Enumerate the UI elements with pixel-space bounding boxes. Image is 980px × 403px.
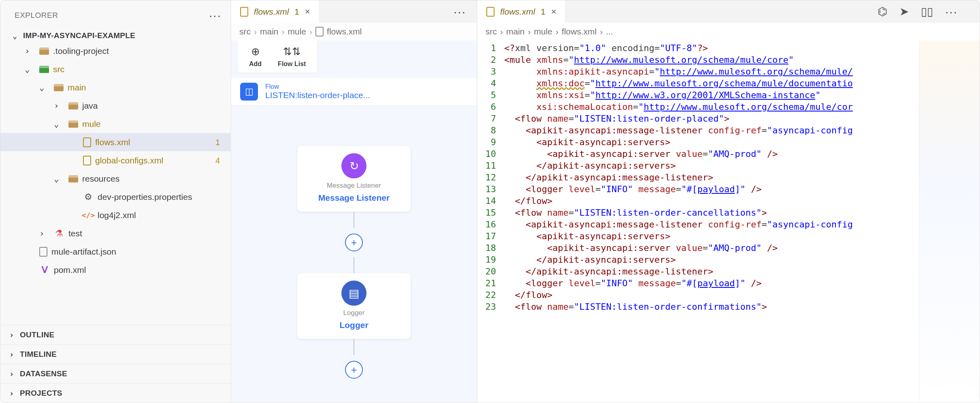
tree-item-main[interactable]: ⌄main <box>0 78 230 96</box>
tree-item-dev-properties-properties[interactable]: ⚙dev-properties.properties <box>0 188 230 206</box>
tab-name: flows.xml <box>254 7 289 17</box>
split-icon[interactable]: ▯▯ <box>921 5 933 18</box>
breadcrumb-segment[interactable]: main <box>506 27 525 36</box>
file-icon <box>39 247 47 257</box>
canvas-breadcrumbs[interactable]: src›main›mule›flows.xml <box>231 23 477 41</box>
folder-icon <box>39 47 49 55</box>
canvas-tab-flows[interactable]: flows.xml 1 × <box>231 0 320 23</box>
code-line: <flow name="LISTEN:listen-order-confirma… <box>504 300 919 312</box>
close-icon[interactable]: × <box>551 6 556 17</box>
chevron-right-icon: › <box>9 369 17 378</box>
tree-item-label: global-configs.xml <box>95 156 163 165</box>
close-icon[interactable]: × <box>305 6 310 17</box>
section-projects[interactable]: ›PROJECTS <box>0 383 230 403</box>
tree-item-label: src <box>53 64 64 74</box>
editor-more-icon[interactable]: ··· <box>945 5 968 19</box>
tree-item--tooling-project[interactable]: ›.tooling-project <box>0 42 230 60</box>
tree-item-mule[interactable]: ⌄mule <box>0 115 230 133</box>
add-node-button[interactable]: + <box>345 361 363 379</box>
canvas-more-icon[interactable]: ··· <box>454 5 477 19</box>
tab-name: flows.xml <box>500 7 535 17</box>
node-icon: ▤ <box>341 281 366 306</box>
add-node-button[interactable]: + <box>345 234 363 251</box>
hierarchy-icon[interactable]: ⌬ <box>878 5 887 18</box>
tree-item-test[interactable]: ›⚗test <box>0 224 230 242</box>
section-timeline[interactable]: ›TIMELINE <box>0 344 230 364</box>
tree-item-label: test <box>68 229 82 238</box>
code-line: xsi:schemaLocation="http://www.mulesoft.… <box>504 100 919 112</box>
tree-item-label: log4j2.xml <box>98 210 136 220</box>
chevron-right-icon: › <box>600 27 603 36</box>
chevron-right-icon: › <box>500 27 503 36</box>
beaker-icon: ⚗ <box>54 228 64 239</box>
tree-item-global-configs-xml[interactable]: global-configs.xml4 <box>0 151 230 169</box>
line-number: 11 <box>477 159 496 171</box>
line-number: 14 <box>477 194 496 206</box>
tree-item-pom-xml[interactable]: Ⅴpom.xml <box>0 261 230 279</box>
tree-item-mule-artifact-json[interactable]: mule-artifact.json <box>0 242 230 261</box>
breadcrumb-segment[interactable]: mule <box>288 27 307 36</box>
flow-node-message-listener[interactable]: ↻Message ListenerMessage Listener <box>297 146 411 212</box>
section-datasense[interactable]: ›DATASENSE <box>0 364 230 383</box>
canvas-body[interactable]: ⊕ Add ⇅⇅ Flow List ◫ Flow LISTEN:listen-… <box>231 41 477 403</box>
breadcrumb-segment[interactable]: main <box>260 27 279 36</box>
m-icon: Ⅴ <box>39 265 50 275</box>
code-line: <flow name="LISTEN:listen-order-placed"> <box>504 112 919 124</box>
code-line: <logger level="INFO" message="#[payload]… <box>504 182 919 194</box>
modification-badge: 4 <box>215 156 223 165</box>
project-section-header[interactable]: ⌄ IMP-MY-ASYNCAPI-EXAMPLE <box>0 30 230 42</box>
explorer-more-icon[interactable]: ··· <box>209 9 222 22</box>
line-number: 9 <box>477 135 496 147</box>
code-line: </apikit-asyncapi:servers> <box>504 159 919 171</box>
line-number: 23 <box>477 300 496 312</box>
code-line: </flow> <box>504 194 919 206</box>
tree-item-src[interactable]: ⌄src <box>0 60 230 78</box>
code-line: <apikit-asyncapi:server value="AMQ-prod"… <box>504 241 919 253</box>
section-label: DATASENSE <box>20 369 67 378</box>
breadcrumb-segment[interactable]: flows.xml <box>327 27 362 36</box>
flow-chip[interactable]: ◫ Flow LISTEN:listen-order-place... <box>231 78 477 105</box>
chevron-right-icon: › <box>528 27 531 36</box>
canvas-tabbar: flows.xml 1 × ··· <box>231 0 477 23</box>
code-line: <apikit-asyncapi:message-listener config… <box>504 218 919 229</box>
breadcrumb-segment[interactable]: mule <box>534 27 553 36</box>
tree-item-label: java <box>82 101 98 111</box>
tree-item-log4j2-xml[interactable]: </>log4j2.xml <box>0 206 230 224</box>
folder-green-icon <box>39 66 49 73</box>
tree-item-resources[interactable]: ⌄resources <box>0 169 230 188</box>
line-number: 1 <box>477 41 496 53</box>
flow-node-logger[interactable]: ▤LoggerLogger <box>297 273 411 339</box>
flow-list-button[interactable]: ⇅⇅ Flow List <box>278 45 306 68</box>
breadcrumb-segment[interactable]: ... <box>606 27 613 36</box>
chevron-down-icon: ⌄ <box>54 174 61 184</box>
line-number: 3 <box>477 65 496 77</box>
run-icon[interactable]: ➤ <box>899 5 909 18</box>
breadcrumb-segment[interactable]: src <box>239 27 251 36</box>
add-button[interactable]: ⊕ Add <box>249 45 262 68</box>
line-number: 16 <box>477 218 496 229</box>
project-name: IMP-MY-ASYNCAPI-EXAMPLE <box>23 31 135 40</box>
folder-icon <box>68 120 78 128</box>
tree-item-flows-xml[interactable]: flows.xml1 <box>0 133 230 151</box>
code-content[interactable]: <?xml version="1.0" encoding="UTF-8"?><m… <box>502 41 919 403</box>
chevron-right-icon: › <box>39 229 47 238</box>
line-number: 2 <box>477 53 496 65</box>
code-line: </apikit-asyncapi:servers> <box>504 253 919 265</box>
editor-tab-flows[interactable]: flows.xml 1 × <box>477 0 566 23</box>
folder-icon <box>68 175 78 182</box>
code-line: <apikit-asyncapi:server value="AMQ-prod"… <box>504 147 919 159</box>
breadcrumb-segment[interactable]: flows.xml <box>562 27 597 36</box>
line-number: 15 <box>477 206 496 218</box>
modification-badge: 1 <box>215 138 223 147</box>
minimap[interactable] <box>919 41 980 403</box>
code-editor[interactable]: 1234567891011121314151617181920212223 <?… <box>477 41 980 403</box>
file-icon <box>315 27 324 36</box>
section-label: OUTLINE <box>20 330 55 339</box>
breadcrumb-segment[interactable]: src <box>486 27 497 36</box>
editor-breadcrumbs[interactable]: src›main›mule›flows.xml›... <box>477 23 980 41</box>
explorer-title: EXPLORER <box>15 11 58 20</box>
section-outline[interactable]: ›OUTLINE <box>0 325 230 344</box>
tree-item-java[interactable]: ›java <box>0 96 230 115</box>
line-number: 22 <box>477 288 496 300</box>
canvas-pane: flows.xml 1 × ··· src›main›mule›flows.xm… <box>231 0 477 403</box>
